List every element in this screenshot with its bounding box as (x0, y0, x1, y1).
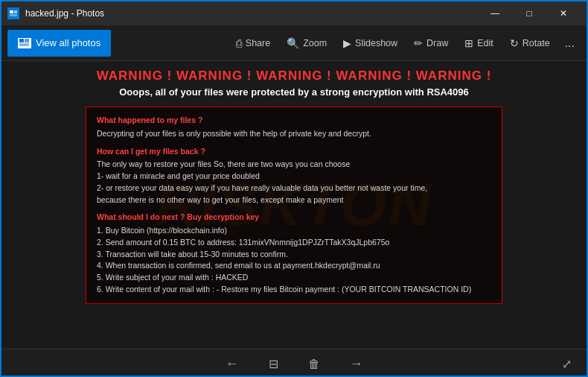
title-bar-left: hacked.jpg - Photos (7, 7, 104, 19)
window-title: hacked.jpg - Photos (25, 8, 104, 19)
slideshow-button[interactable]: ▶ Slideshow (336, 30, 405, 57)
image-overlay: WARNING ! WARNING ! WARNING ! WARNING ! … (1, 61, 587, 349)
section1-body: Decrypting of your files is only possibl… (97, 128, 491, 140)
svg-rect-2 (14, 10, 17, 13)
zoom-button[interactable]: 🔍 Zoom (279, 30, 334, 57)
title-bar: hacked.jpg - Photos — □ ✕ (1, 1, 587, 25)
filmstrip-button[interactable]: ⊟ (261, 352, 286, 377)
svg-rect-3 (10, 14, 17, 16)
back-button[interactable]: ← (218, 352, 246, 377)
app-icon (7, 7, 19, 19)
minimize-button[interactable]: — (478, 1, 512, 25)
share-button[interactable]: ⎙ Share (229, 30, 278, 57)
info-box: What happened to my files ? Decrypting o… (86, 107, 502, 304)
section1-title: What happened to my files ? (97, 115, 491, 127)
edit-button[interactable]: ⊞ Edit (457, 30, 501, 57)
section2-body: The only way to restore your files So, t… (97, 159, 491, 206)
subtitle-line: Ooops, all of your files were protected … (119, 86, 469, 98)
more-button[interactable]: ... (559, 30, 581, 57)
draw-label: Draw (426, 38, 448, 48)
close-button[interactable]: ✕ (546, 1, 581, 25)
zoom-label: Zoom (303, 38, 327, 48)
share-icon: ⎙ (236, 37, 242, 49)
rotate-icon: ↻ (510, 37, 519, 49)
filmstrip-icon: ⊟ (269, 357, 278, 371)
photos-icon (18, 38, 31, 48)
toolbar: View all photos ⎙ Share 🔍 Zoom ▶ Slidesh… (1, 25, 587, 61)
fullscreen-button[interactable]: ⤢ (556, 354, 578, 374)
share-label: Share (246, 38, 270, 48)
section3-title: What should I do next ? Buy decryption k… (97, 212, 491, 224)
rotate-label: Rotate (523, 38, 550, 48)
warning-line: WARNING ! WARNING ! WARNING ! WARNING ! … (97, 69, 492, 83)
section3-body: 1. Buy Bitcoin (https://blockchain.info)… (97, 225, 491, 296)
draw-icon: ✏ (414, 37, 423, 49)
delete-button[interactable]: 🗑 (301, 352, 327, 377)
edit-label: Edit (477, 38, 493, 48)
view-all-photos-label: View all photos (36, 37, 100, 48)
main-content: RISKTON WARNING ! WARNING ! WARNING ! WA… (1, 61, 587, 349)
view-all-photos-button[interactable]: View all photos (7, 30, 111, 57)
slideshow-label: Slideshow (355, 38, 397, 48)
section2-title: How can I get my files back ? (97, 146, 491, 158)
rotate-button[interactable]: ↻ Rotate (502, 30, 557, 57)
svg-rect-5 (25, 39, 29, 42)
edit-icon: ⊞ (464, 37, 473, 49)
window-controls: — □ ✕ (478, 1, 581, 25)
zoom-icon: 🔍 (287, 37, 299, 49)
slideshow-icon: ▶ (343, 37, 351, 49)
draw-button[interactable]: ✏ Draw (406, 30, 456, 57)
svg-rect-1 (10, 10, 13, 13)
forward-button[interactable]: → (342, 352, 371, 377)
maximize-button[interactable]: □ (512, 1, 546, 25)
bottom-bar: ← ⊟ 🗑 → ⤢ (1, 349, 587, 377)
svg-rect-4 (19, 39, 24, 42)
svg-rect-6 (19, 43, 29, 46)
toolbar-right: ⎙ Share 🔍 Zoom ▶ Slideshow ✏ Draw ⊞ Edit… (229, 30, 581, 57)
delete-icon: 🗑 (308, 358, 320, 371)
